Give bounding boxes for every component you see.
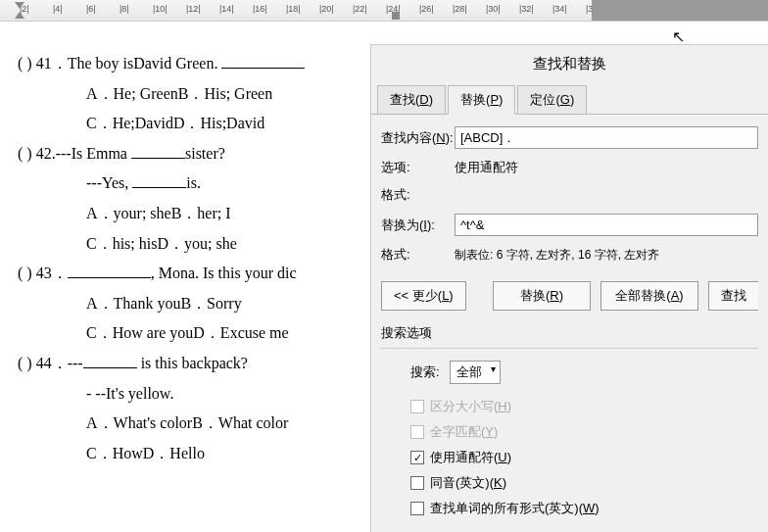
dialog-title: 查找和替换 xyxy=(371,45,768,85)
find-next-button[interactable]: 查找 xyxy=(708,281,758,311)
word-forms-checkbox[interactable] xyxy=(410,502,424,515)
question-43-options-cd: C．How are youD．Excuse me xyxy=(18,320,360,346)
horizontal-ruler[interactable]: |2||4||6||8||10||12||14||16||18||20||22|… xyxy=(0,0,768,22)
find-content-input[interactable] xyxy=(455,126,758,149)
replace-button[interactable]: 替换(R) xyxy=(493,281,591,311)
format-label-2: 格式: xyxy=(381,246,455,264)
question-44-options-ab: A．What's colorB．What color xyxy=(18,411,360,436)
use-wildcards-checkbox[interactable] xyxy=(410,451,424,464)
find-replace-dialog: 查找和替换 查找(D) 替换(P) 定位(G) 查找内容(N): 选项: 使用通… xyxy=(370,44,768,532)
use-wildcards-label: 使用通配符(U) xyxy=(430,449,511,466)
whole-word-checkbox xyxy=(410,425,424,439)
options-label: 选项: xyxy=(381,159,455,176)
word-forms-label: 查找单词的所有形式(英文)(W) xyxy=(430,500,600,517)
sounds-like-checkbox[interactable] xyxy=(410,476,424,490)
question-44-stem: ( ) 44．--- is this backpack? xyxy=(18,351,360,376)
question-41-options-ab: A．He; GreenB．His; Green xyxy=(18,81,360,107)
replace-with-label: 替换为(I): xyxy=(381,217,455,234)
question-41-options-cd: C．He;DavidD．His;David xyxy=(18,111,360,136)
tab-find[interactable]: 查找(D) xyxy=(377,85,446,114)
tab-goto[interactable]: 定位(G) xyxy=(517,85,587,114)
question-42-line2: ---Yes, is. xyxy=(18,170,360,196)
question-44-line2: - --It's yellow. xyxy=(18,381,360,407)
right-indent-marker[interactable] xyxy=(392,12,400,20)
format-value: 制表位: 6 字符, 左对齐, 16 字符, 左对齐 xyxy=(455,247,758,264)
question-42-stem: ( ) 42.---Is Emma sister? xyxy=(18,141,360,167)
hanging-indent-marker[interactable] xyxy=(15,2,24,9)
question-41-stem: ( ) 41．The boy isDavid Green. xyxy=(18,51,360,76)
dialog-tabs: 查找(D) 替换(P) 定位(G) xyxy=(371,85,768,115)
sounds-like-label: 同音(英文)(K) xyxy=(430,474,506,492)
mouse-cursor-icon: ↖ xyxy=(672,27,685,46)
search-direction-label: 搜索: xyxy=(410,363,440,381)
search-direction-select[interactable]: 全部 xyxy=(450,361,501,384)
whole-word-label: 全字匹配(Y) xyxy=(430,423,498,441)
question-42-options-ab: A．your; sheB．her; I xyxy=(18,201,360,226)
less-button[interactable]: << 更少(L) xyxy=(381,281,466,311)
question-42-options-cd: C．his; hisD．you; she xyxy=(18,231,360,257)
question-44-options-cd: C．HowD．Hello xyxy=(18,441,360,466)
match-case-checkbox xyxy=(410,400,424,413)
ruler-margin-area xyxy=(592,0,768,21)
question-43-stem: ( ) 43．, Mona. Is this your dic xyxy=(18,261,360,286)
format-label-1: 格式: xyxy=(381,186,455,204)
find-content-label: 查找内容(N): xyxy=(381,129,455,147)
tab-replace[interactable]: 替换(P) xyxy=(448,85,515,115)
replace-with-input[interactable] xyxy=(455,214,758,236)
first-line-indent-marker[interactable] xyxy=(15,12,24,19)
document-content[interactable]: ( ) 41．The boy isDavid Green. A．He; Gree… xyxy=(0,22,370,532)
question-43-options-ab: A．Thank youB．Sorry xyxy=(18,291,360,316)
options-value: 使用通配符 xyxy=(455,159,758,176)
search-options-section: 搜索选项 xyxy=(381,324,758,349)
replace-all-button[interactable]: 全部替换(A) xyxy=(600,281,698,311)
match-case-label: 区分大小写(H) xyxy=(430,398,511,415)
